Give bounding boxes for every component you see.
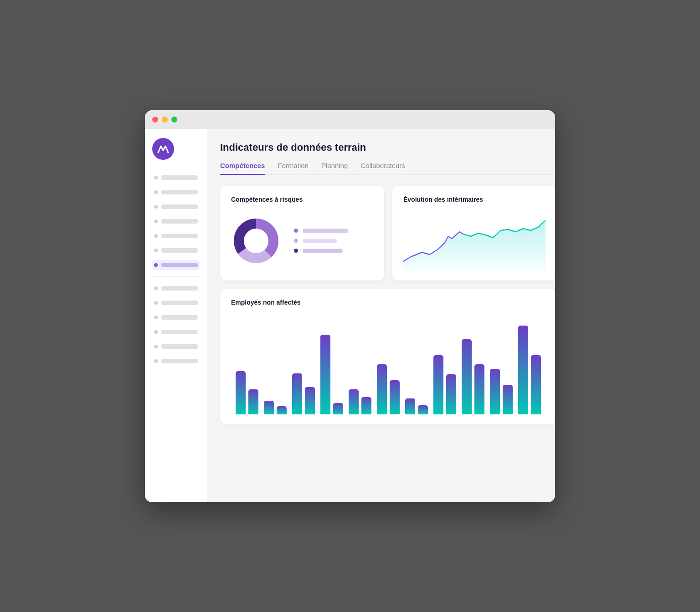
sidebar-item-11[interactable]	[152, 327, 200, 337]
sidebar-item-13[interactable]	[152, 356, 200, 366]
donut-chart	[231, 216, 281, 266]
sidebar-item-7-active[interactable]	[152, 260, 200, 270]
sidebar-label-bar	[161, 219, 198, 224]
bar-5-0	[377, 364, 387, 414]
bar-0-1	[248, 389, 258, 414]
sidebar-nav-group1	[152, 173, 200, 270]
sidebar-item-12[interactable]	[152, 342, 200, 352]
sidebar-bullet	[154, 286, 158, 290]
tab-competences[interactable]: Compétences	[220, 162, 265, 175]
sidebar-label-bar	[161, 301, 198, 305]
line-chart	[403, 211, 546, 270]
sidebar-label-bar	[161, 315, 198, 320]
bar-10-0	[518, 326, 528, 414]
titlebar	[145, 110, 555, 129]
legend-bar-1	[303, 229, 348, 233]
sidebar-item-2[interactable]	[152, 187, 200, 197]
sidebar-item-5[interactable]	[152, 231, 200, 241]
app-logo[interactable]	[152, 138, 174, 160]
legend-dot-1	[294, 229, 298, 233]
sidebar-label-bar	[161, 204, 198, 209]
bar-group-1	[264, 401, 287, 414]
bar-group-9	[490, 369, 513, 414]
sidebar-bullet	[154, 249, 158, 252]
app-body: Indicateurs de données terrain Compétenc…	[145, 129, 555, 502]
bar-10-1	[531, 355, 541, 414]
sidebar-bullet-active	[154, 263, 158, 267]
logo-container	[152, 138, 200, 160]
bar-6-0	[405, 398, 415, 414]
sidebar-label-bar	[161, 234, 198, 238]
bar-chart	[231, 314, 546, 414]
sidebar-bullet	[154, 219, 158, 223]
bar-3-0	[320, 335, 330, 414]
sidebar-label-bar	[161, 359, 198, 363]
sidebar-label-bar-active	[161, 263, 198, 267]
sidebar-bullet	[154, 316, 158, 319]
sidebar-item-6[interactable]	[152, 245, 200, 255]
card-evolution-title: Évolution des intérimaires	[403, 196, 546, 203]
sidebar-item-1[interactable]	[152, 173, 200, 183]
bar-3-1	[333, 403, 343, 414]
sidebar-item-9[interactable]	[152, 298, 200, 308]
bar-group-7	[433, 355, 456, 414]
card-evolution: Évolution des intérimaires	[392, 186, 555, 280]
bar-group-5	[377, 364, 400, 414]
legend-bar-2	[303, 239, 337, 243]
sidebar-bullet	[154, 176, 158, 179]
tab-formation[interactable]: Formation	[278, 162, 309, 175]
bar-9-0	[490, 369, 500, 414]
sidebar-nav-group2	[152, 283, 200, 366]
bar-group-2	[292, 373, 315, 414]
top-cards-row: Compétences à risques	[220, 186, 555, 280]
app-window: Indicateurs de données terrain Compétenc…	[145, 110, 555, 502]
main-content: Indicateurs de données terrain Compétenc…	[207, 129, 555, 502]
sidebar-label-bar	[161, 175, 198, 180]
bar-6-1	[418, 405, 428, 414]
bar-group-0	[236, 371, 258, 414]
bar-group-8	[462, 339, 484, 414]
sidebar-bullet	[154, 301, 158, 305]
legend-item-1	[294, 229, 348, 233]
bar-0-0	[236, 371, 246, 414]
bar-2-0	[292, 373, 302, 414]
minimize-dot[interactable]	[162, 117, 168, 122]
sidebar-bullet	[154, 330, 158, 334]
close-dot[interactable]	[152, 117, 158, 122]
sidebar-bullet	[154, 234, 158, 238]
donut-content	[231, 211, 373, 270]
tabs-bar: Compétences Formation Planning Collabora…	[220, 162, 555, 175]
sidebar-item-4[interactable]	[152, 216, 200, 226]
bar-9-1	[503, 385, 513, 414]
sidebar-item-3[interactable]	[152, 202, 200, 212]
bar-group-10	[518, 326, 541, 414]
bar-2-1	[305, 387, 315, 414]
bar-4-1	[361, 397, 371, 414]
sidebar-bullet	[154, 190, 158, 194]
bar-8-1	[474, 364, 484, 414]
sidebar-label-bar	[161, 344, 198, 349]
card-employes-title: Employés non affectés	[231, 299, 546, 306]
sidebar-label-bar	[161, 248, 198, 253]
sidebar	[145, 129, 207, 502]
legend-item-3	[294, 249, 348, 253]
sidebar-item-8[interactable]	[152, 283, 200, 293]
sidebar-label-bar	[161, 330, 198, 334]
donut-legend	[294, 229, 348, 253]
tab-planning[interactable]: Planning	[321, 162, 348, 175]
legend-dot-2	[294, 239, 298, 243]
svg-point-3	[245, 230, 267, 252]
bar-group-4	[349, 389, 371, 414]
bar-7-0	[433, 355, 443, 414]
bar-group-3	[320, 335, 343, 414]
bar-1-0	[264, 401, 274, 414]
sidebar-label-bar	[161, 190, 198, 194]
page-title: Indicateurs de données terrain	[220, 142, 555, 153]
legend-bar-3	[303, 249, 343, 253]
tab-collaborateurs[interactable]: Collaborateurs	[360, 162, 405, 175]
maximize-dot[interactable]	[171, 117, 177, 122]
sidebar-item-10[interactable]	[152, 312, 200, 322]
legend-dot-3	[294, 249, 298, 253]
bar-1-1	[277, 406, 287, 414]
sidebar-bullet	[154, 359, 158, 363]
